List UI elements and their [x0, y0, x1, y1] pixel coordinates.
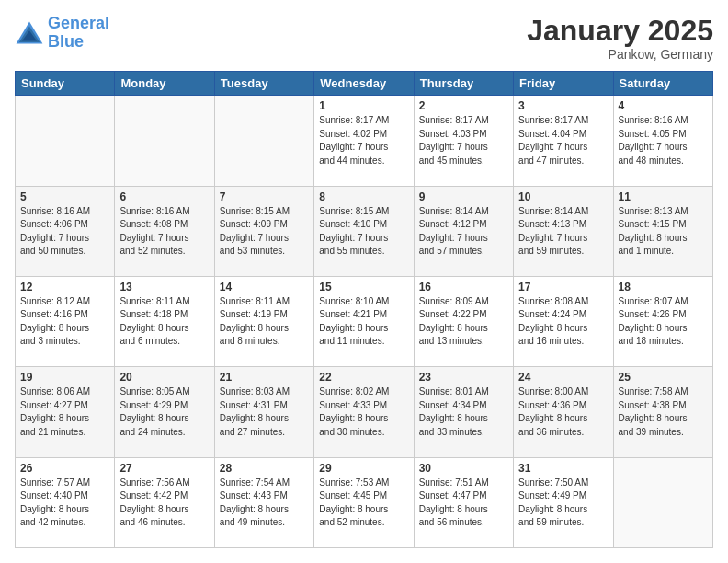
- logo-text-blue: Blue: [48, 33, 109, 52]
- table-row: 11Sunrise: 8:13 AM Sunset: 4:15 PM Dayli…: [613, 186, 712, 276]
- day-number: 9: [419, 190, 508, 203]
- day-number: 3: [518, 99, 608, 112]
- day-number: 29: [319, 462, 408, 475]
- calendar-week-row: 26Sunrise: 7:57 AM Sunset: 4:40 PM Dayli…: [16, 457, 713, 547]
- table-row: 28Sunrise: 7:54 AM Sunset: 4:43 PM Dayli…: [214, 457, 313, 547]
- day-info: Sunrise: 8:17 AM Sunset: 4:04 PM Dayligh…: [518, 114, 608, 167]
- col-monday: Monday: [115, 72, 214, 96]
- calendar-header-row: Sunday Monday Tuesday Wednesday Thursday…: [16, 72, 713, 96]
- logo: General Blue: [15, 15, 109, 52]
- header: General Blue January 2025 Pankow, German…: [15, 15, 713, 62]
- day-info: Sunrise: 8:10 AM Sunset: 4:21 PM Dayligh…: [319, 295, 408, 349]
- table-row: 6Sunrise: 8:16 AM Sunset: 4:08 PM Daylig…: [115, 186, 214, 276]
- table-row: 9Sunrise: 8:14 AM Sunset: 4:12 PM Daylig…: [414, 186, 513, 276]
- day-info: Sunrise: 8:06 AM Sunset: 4:27 PM Dayligh…: [20, 385, 109, 439]
- day-number: 11: [619, 190, 708, 203]
- col-friday: Friday: [514, 72, 613, 96]
- day-number: 7: [220, 190, 309, 203]
- table-row: 1Sunrise: 8:17 AM Sunset: 4:02 PM Daylig…: [314, 96, 414, 186]
- table-row: 16Sunrise: 8:09 AM Sunset: 4:22 PM Dayli…: [414, 276, 513, 366]
- table-row: 22Sunrise: 8:02 AM Sunset: 4:33 PM Dayli…: [314, 367, 414, 457]
- table-row: 29Sunrise: 7:53 AM Sunset: 4:45 PM Dayli…: [314, 457, 414, 547]
- table-row: [115, 96, 214, 186]
- table-row: 5Sunrise: 8:16 AM Sunset: 4:06 PM Daylig…: [16, 186, 115, 276]
- table-row: 17Sunrise: 8:08 AM Sunset: 4:24 PM Dayli…: [514, 276, 613, 366]
- table-row: 15Sunrise: 8:10 AM Sunset: 4:21 PM Dayli…: [314, 276, 414, 366]
- day-info: Sunrise: 8:03 AM Sunset: 4:31 PM Dayligh…: [220, 385, 309, 439]
- day-info: Sunrise: 8:17 AM Sunset: 4:03 PM Dayligh…: [419, 114, 508, 167]
- day-number: 13: [119, 281, 209, 293]
- day-info: Sunrise: 8:09 AM Sunset: 4:22 PM Dayligh…: [419, 295, 508, 349]
- day-number: 23: [419, 371, 508, 384]
- col-thursday: Thursday: [414, 72, 513, 96]
- table-row: 27Sunrise: 7:56 AM Sunset: 4:42 PM Dayli…: [115, 457, 214, 547]
- table-row: 14Sunrise: 8:11 AM Sunset: 4:19 PM Dayli…: [214, 276, 313, 366]
- day-info: Sunrise: 8:14 AM Sunset: 4:13 PM Dayligh…: [518, 205, 608, 259]
- day-info: Sunrise: 7:57 AM Sunset: 4:40 PM Dayligh…: [20, 477, 109, 530]
- day-info: Sunrise: 8:00 AM Sunset: 4:36 PM Dayligh…: [518, 385, 608, 439]
- day-number: 8: [319, 190, 408, 203]
- table-row: 31Sunrise: 7:50 AM Sunset: 4:49 PM Dayli…: [514, 457, 613, 547]
- day-info: Sunrise: 8:15 AM Sunset: 4:09 PM Dayligh…: [220, 205, 309, 259]
- day-info: Sunrise: 8:02 AM Sunset: 4:33 PM Dayligh…: [319, 385, 408, 439]
- main-title: January 2025: [527, 15, 713, 47]
- day-number: 21: [220, 371, 309, 384]
- col-saturday: Saturday: [613, 72, 712, 96]
- day-info: Sunrise: 7:51 AM Sunset: 4:47 PM Dayligh…: [419, 477, 508, 530]
- page: General Blue January 2025 Pankow, German…: [0, 0, 728, 563]
- table-row: 20Sunrise: 8:05 AM Sunset: 4:29 PM Dayli…: [115, 367, 214, 457]
- table-row: 23Sunrise: 8:01 AM Sunset: 4:34 PM Dayli…: [414, 367, 513, 457]
- day-number: 26: [20, 462, 109, 475]
- day-number: 30: [419, 462, 508, 475]
- day-number: 28: [220, 462, 309, 475]
- day-info: Sunrise: 7:56 AM Sunset: 4:42 PM Dayligh…: [119, 477, 209, 530]
- day-info: Sunrise: 8:11 AM Sunset: 4:18 PM Dayligh…: [119, 295, 209, 349]
- day-number: 1: [319, 99, 408, 112]
- day-number: 15: [319, 281, 408, 293]
- day-info: Sunrise: 8:12 AM Sunset: 4:16 PM Dayligh…: [20, 295, 109, 349]
- day-info: Sunrise: 8:07 AM Sunset: 4:26 PM Dayligh…: [619, 295, 708, 349]
- table-row: 26Sunrise: 7:57 AM Sunset: 4:40 PM Dayli…: [16, 457, 115, 547]
- day-info: Sunrise: 8:11 AM Sunset: 4:19 PM Dayligh…: [220, 295, 309, 349]
- day-info: Sunrise: 7:53 AM Sunset: 4:45 PM Dayligh…: [319, 477, 408, 530]
- day-info: Sunrise: 8:16 AM Sunset: 4:08 PM Dayligh…: [119, 205, 209, 259]
- calendar-week-row: 5Sunrise: 8:16 AM Sunset: 4:06 PM Daylig…: [16, 186, 713, 276]
- day-number: 6: [119, 190, 209, 203]
- table-row: 13Sunrise: 8:11 AM Sunset: 4:18 PM Dayli…: [115, 276, 214, 366]
- day-number: 5: [20, 190, 109, 203]
- day-number: 27: [119, 462, 209, 475]
- day-number: 2: [419, 99, 508, 112]
- day-number: 17: [518, 281, 608, 293]
- day-info: Sunrise: 8:16 AM Sunset: 4:05 PM Dayligh…: [619, 114, 708, 167]
- table-row: 10Sunrise: 8:14 AM Sunset: 4:13 PM Dayli…: [514, 186, 613, 276]
- table-row: 7Sunrise: 8:15 AM Sunset: 4:09 PM Daylig…: [214, 186, 313, 276]
- day-number: 4: [619, 99, 708, 112]
- logo-text-general: General: [48, 15, 109, 33]
- table-row: 19Sunrise: 8:06 AM Sunset: 4:27 PM Dayli…: [16, 367, 115, 457]
- table-row: 4Sunrise: 8:16 AM Sunset: 4:05 PM Daylig…: [613, 96, 712, 186]
- day-number: 20: [119, 371, 209, 384]
- calendar-week-row: 12Sunrise: 8:12 AM Sunset: 4:16 PM Dayli…: [16, 276, 713, 366]
- table-row: 21Sunrise: 8:03 AM Sunset: 4:31 PM Dayli…: [214, 367, 313, 457]
- table-row: 30Sunrise: 7:51 AM Sunset: 4:47 PM Dayli…: [414, 457, 513, 547]
- table-row: 25Sunrise: 7:58 AM Sunset: 4:38 PM Dayli…: [613, 367, 712, 457]
- day-info: Sunrise: 8:05 AM Sunset: 4:29 PM Dayligh…: [119, 385, 209, 439]
- table-row: [16, 96, 115, 186]
- subtitle: Pankow, Germany: [527, 47, 713, 62]
- col-sunday: Sunday: [16, 72, 115, 96]
- day-info: Sunrise: 7:50 AM Sunset: 4:49 PM Dayligh…: [518, 477, 608, 530]
- day-number: 24: [518, 371, 608, 384]
- table-row: 2Sunrise: 8:17 AM Sunset: 4:03 PM Daylig…: [414, 96, 513, 186]
- table-row: [214, 96, 313, 186]
- day-info: Sunrise: 8:13 AM Sunset: 4:15 PM Dayligh…: [619, 205, 708, 259]
- day-info: Sunrise: 8:15 AM Sunset: 4:10 PM Dayligh…: [319, 205, 408, 259]
- day-info: Sunrise: 8:08 AM Sunset: 4:24 PM Dayligh…: [518, 295, 608, 349]
- day-info: Sunrise: 8:14 AM Sunset: 4:12 PM Dayligh…: [419, 205, 508, 259]
- table-row: 18Sunrise: 8:07 AM Sunset: 4:26 PM Dayli…: [613, 276, 712, 366]
- day-number: 31: [518, 462, 608, 475]
- table-row: 12Sunrise: 8:12 AM Sunset: 4:16 PM Dayli…: [16, 276, 115, 366]
- day-number: 25: [619, 371, 708, 384]
- logo-icon: [15, 20, 44, 46]
- calendar-week-row: 19Sunrise: 8:06 AM Sunset: 4:27 PM Dayli…: [16, 367, 713, 457]
- day-info: Sunrise: 7:54 AM Sunset: 4:43 PM Dayligh…: [220, 477, 309, 530]
